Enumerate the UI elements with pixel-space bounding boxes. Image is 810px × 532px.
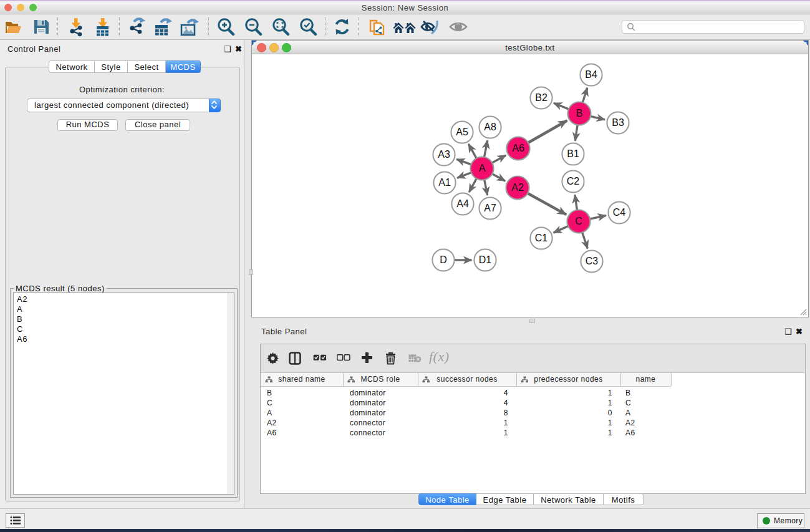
svg-text:A: A (479, 163, 486, 173)
svg-text:C3: C3 (586, 256, 599, 266)
svg-text:D: D (440, 254, 447, 265)
svg-text:A6: A6 (512, 143, 524, 153)
svg-text:A5: A5 (456, 127, 468, 137)
svg-text:A7: A7 (484, 203, 496, 213)
svg-text:C: C (575, 216, 582, 226)
svg-text:D1: D1 (479, 254, 492, 265)
svg-text:A3: A3 (438, 149, 450, 160)
svg-text:A8: A8 (484, 122, 496, 132)
svg-text:A4: A4 (456, 198, 469, 209)
svg-text:B4: B4 (585, 69, 597, 80)
svg-text:A2: A2 (511, 182, 524, 193)
svg-text:C4: C4 (613, 207, 626, 218)
svg-text:B3: B3 (612, 117, 624, 128)
svg-text:B2: B2 (535, 92, 547, 103)
svg-text:B1: B1 (567, 148, 579, 159)
svg-text:B: B (576, 108, 583, 118)
svg-text:A1: A1 (438, 177, 451, 188)
svg-text:C2: C2 (567, 176, 580, 186)
svg-text:C1: C1 (535, 233, 548, 243)
